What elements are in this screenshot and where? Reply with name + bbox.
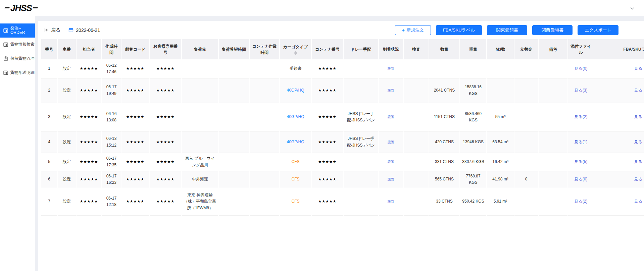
sort-carets-icon[interactable] (294, 51, 297, 55)
chevron-down-icon[interactable] (630, 6, 635, 12)
cell-pickup-place: 中外海運 (182, 171, 218, 188)
col-header-no: 番号 (41, 39, 57, 59)
logo-dash-right (33, 7, 38, 8)
col-header-arrival: 到着状況 (379, 39, 403, 59)
sidebar-item-order[interactable]: 発注--ORDER (0, 23, 35, 38)
cell-m3 (487, 59, 514, 78)
col-header-fba-sku: FBA/SKUラベル (594, 39, 644, 59)
cell-staff: ★★★★★ (76, 131, 102, 153)
cell-cust-code: ★★★★★ (121, 78, 149, 103)
cell-inspection (403, 171, 429, 188)
cell-fba-sku[interactable]: 見る (594, 188, 644, 215)
col-header-pickup-time: 集荷希望時間 (218, 39, 249, 59)
cell-pickup-time (218, 188, 249, 215)
cell-remarks (538, 78, 568, 103)
cell-attachment[interactable]: 見る(0) (568, 171, 594, 188)
main-area: 戻る 2022-06-21 + 新規注文 FBA/SKUラベル 関東受領書 関西… (35, 16, 644, 271)
app-logo: JHSS (5, 4, 38, 12)
cell-fba-sku[interactable]: 見る (594, 78, 644, 103)
cell-fba-sku[interactable]: 見る (594, 153, 644, 171)
cell-arrival[interactable]: 設置 (379, 103, 403, 131)
cell-m3 (487, 78, 514, 103)
back-label: 戻る (51, 27, 60, 33)
kanto-receipt-button[interactable]: 関東受領書 (487, 25, 527, 35)
cell-arrival[interactable]: 設置 (379, 153, 403, 171)
cell-fba-sku[interactable]: 見る (594, 131, 644, 153)
cell-attachment[interactable]: 見る(2) (568, 103, 594, 131)
cell-weight (460, 59, 487, 78)
cell-truck: 設定 (57, 188, 76, 215)
cell-cargo-type[interactable]: 40GP/HQ (280, 103, 311, 131)
cell-fba-sku[interactable]: 見る (594, 103, 644, 131)
cell-advance (514, 188, 538, 215)
cell-container-worktime (249, 171, 280, 188)
cell-dray (343, 153, 379, 171)
cell-container-worktime (249, 78, 280, 103)
cell-fba-sku[interactable]: 見る (594, 171, 644, 188)
cell-weight: 13946 KGS (460, 131, 487, 153)
cell-advance (514, 78, 538, 103)
cell-cust-code: ★★★★★ (121, 59, 149, 78)
cell-staff: ★★★★★ (76, 78, 102, 103)
cell-advance (514, 59, 538, 78)
cell-dray (343, 171, 379, 188)
cell-container-no: ★★★★★ (311, 171, 343, 188)
logo-text: JHSS (10, 4, 32, 12)
cell-weight: 7768.87 KGS (460, 171, 487, 188)
cell-cust-code: ★★★★★ (121, 171, 149, 188)
cell-attachment[interactable]: 見る(1) (568, 131, 594, 153)
table-row: 4設定★★★★★06-13 15:12★★★★★★★★★★40GP/HQ★★★★… (41, 131, 644, 153)
sidebar-item-cargo-search[interactable]: 貨物情報検索 (0, 38, 35, 52)
cell-pickup-time (218, 59, 249, 78)
fba-sku-label-button[interactable]: FBA/SKUラベル (436, 25, 482, 35)
cell-fba-sku[interactable]: 見る (594, 59, 644, 78)
cell-attachment[interactable]: 見る(5) (568, 153, 594, 171)
table-row: 7設定★★★★★06-17 12:18★★★★★★★★★★東京 神興運輸（株）平… (41, 188, 644, 215)
cell-pickup-time (218, 78, 249, 103)
content-card: 戻る 2022-06-21 + 新規注文 FBA/SKUラベル 関東受領書 関西… (38, 21, 644, 271)
kansai-receipt-button[interactable]: 関西受領書 (532, 25, 573, 35)
cell-truck: 設定 (57, 153, 76, 171)
cell-arrival[interactable]: 設置 (379, 78, 403, 103)
cell-arrival[interactable]: 設置 (379, 188, 403, 215)
back-button[interactable]: 戻る (44, 27, 60, 33)
export-button[interactable]: エクスポート (578, 25, 618, 35)
cell-attachment[interactable]: 見る(2) (568, 188, 594, 215)
sidebar-item-hold-cargo[interactable]: 保留貨物管理 (0, 52, 35, 66)
cell-weight: 8586.460 KGS (460, 103, 487, 131)
col-header-cargo-type[interactable]: カーゴタイプ (280, 39, 311, 59)
cell-remarks (538, 153, 568, 171)
cell-cust-no: ★★★★★ (149, 188, 182, 215)
cell-pickup-place: 東京 神興運輸（株）平和島営業所（1FWM8） (182, 188, 218, 215)
cell-cargo-type[interactable]: 40GP/HQ (280, 78, 311, 103)
date-picker[interactable]: 2022-06-21 (68, 28, 100, 33)
cell-advance: 0 (514, 171, 538, 188)
col-header-weight: 重量 (460, 39, 487, 59)
cell-pickup-time (218, 153, 249, 171)
cell-no: 1 (41, 59, 57, 78)
sidebar-item-delivery-detail[interactable]: 貨物配送明細 (0, 66, 35, 80)
cell-cust-no: ★★★★★ (149, 103, 182, 131)
col-header-inspection: 検査 (403, 39, 429, 59)
cell-remarks (538, 59, 568, 78)
new-order-button[interactable]: + 新規注文 (395, 25, 431, 35)
cell-qty: 2041 CTNS (429, 78, 460, 103)
sidebar-item-label: 貨物情報検索 (10, 42, 35, 47)
cell-remarks (538, 188, 568, 215)
cell-inspection (403, 59, 429, 78)
cell-cust-code: ★★★★★ (121, 131, 149, 153)
cell-cargo-type[interactable]: 40GP/HQ (280, 131, 311, 153)
cell-arrival[interactable]: 設置 (379, 131, 403, 153)
cell-attachment[interactable]: 見る(3) (568, 78, 594, 103)
cell-cust-no: ★★★★★ (149, 131, 182, 153)
cell-container-worktime (249, 188, 280, 215)
cell-qty: 331 CTNS (429, 153, 460, 171)
table-row: 6設定★★★★★06-17 16:23★★★★★★★★★★中外海運CFS★★★★… (41, 171, 644, 188)
cell-m3: 63.54 m³ (487, 131, 514, 153)
cell-arrival[interactable]: 設置 (379, 171, 403, 188)
col-header-m3: M3数 (487, 39, 514, 59)
cell-attachment[interactable]: 見る(0) (568, 59, 594, 78)
col-header-created: 作成時間 (102, 39, 121, 59)
cell-staff: ★★★★★ (76, 188, 102, 215)
cell-arrival[interactable]: 設置 (379, 59, 403, 78)
